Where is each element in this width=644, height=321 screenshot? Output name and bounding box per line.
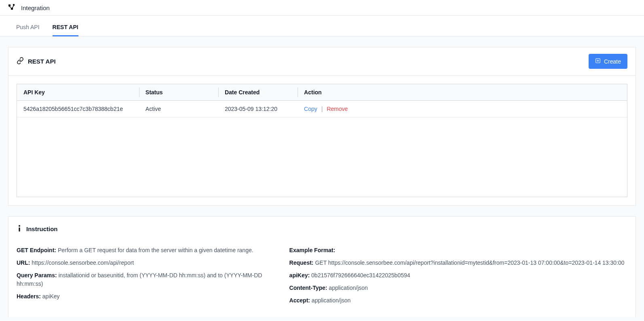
api-key-table-wrap: API Key Status Date Created Action 5426a… (17, 84, 627, 197)
col-action: Action (298, 84, 627, 101)
request-text: GET https://console.sensorbee.com/api/re… (315, 259, 624, 266)
headers-label: Headers: (17, 293, 41, 300)
instruction-title: Instruction (26, 225, 58, 232)
col-api-key: API Key (17, 84, 139, 101)
instruction-left-column: GET Endpoint: Perform a GET request for … (17, 246, 273, 309)
create-button[interactable]: Create (589, 54, 627, 69)
instruction-body: GET Endpoint: Perform a GET request for … (8, 235, 636, 317)
remove-link[interactable]: Remove (327, 106, 348, 112)
request-label: Request: (289, 259, 314, 266)
apikey-text: 0b21576f792666640ec31422025b0594 (311, 272, 410, 278)
svg-rect-1 (13, 4, 15, 6)
cell-api-key: 5426a18205b56651cc7c3b78388cb21e (17, 101, 139, 117)
instruction-right-column: Example Format: Request: GET https://con… (289, 246, 627, 309)
instruction-header: Instruction (8, 217, 636, 235)
example-format-label: Example Format: (289, 247, 336, 253)
svg-rect-9 (19, 227, 20, 232)
request-line: Request: GET https://console.sensorbee.c… (289, 259, 627, 267)
rest-api-card: REST API Create (8, 47, 636, 206)
url-line: URL: https://console.sensorbee.com/api/r… (17, 259, 273, 267)
cell-status: Active (139, 101, 218, 117)
svg-point-8 (19, 225, 20, 227)
col-status: Status (139, 84, 218, 101)
svg-rect-0 (8, 4, 11, 6)
url-text: https://console.sensorbee.com/api/report (32, 259, 134, 266)
rest-api-card-body: API Key Status Date Created Action 5426a… (8, 76, 636, 205)
table-row: 5426a18205b56651cc7c3b78388cb21e Active … (17, 101, 627, 117)
integration-icon (8, 4, 15, 11)
apikey-line: apiKey: 0b21576f792666640ec31422025b0594 (289, 271, 627, 280)
action-separator: | (321, 106, 323, 112)
top-header: Integration (0, 0, 644, 16)
cell-date-created: 2023-05-09 13:12:20 (218, 101, 298, 117)
contenttype-label: Content-Type: (289, 285, 327, 291)
accept-text: application/json (312, 297, 351, 304)
page-title: Integration (21, 4, 50, 11)
apikey-label: apiKey: (289, 272, 310, 278)
rest-api-card-header: REST API Create (8, 47, 636, 76)
headers-line: Headers: apiKey (17, 292, 273, 301)
col-date-created: Date Created (218, 84, 298, 101)
plus-square-icon (595, 58, 601, 65)
api-key-table: API Key Status Date Created Action 5426a… (17, 84, 627, 117)
get-endpoint-line: GET Endpoint: Perform a GET request for … (17, 246, 273, 255)
card-header-left: REST API (17, 57, 56, 66)
tab-push-api[interactable]: Push API (16, 16, 40, 36)
svg-line-3 (10, 6, 12, 9)
get-endpoint-text: Perform a GET request for data from the … (58, 247, 253, 253)
accept-line: Accept: application/json (289, 296, 627, 305)
rest-api-title: REST API (28, 58, 56, 65)
info-icon (17, 225, 22, 233)
tabs-bar: Push API REST API (0, 16, 644, 36)
accept-label: Accept: (289, 297, 310, 304)
table-header-row: API Key Status Date Created Action (17, 84, 627, 101)
contenttype-line: Content-Type: application/json (289, 284, 627, 292)
link-icon (17, 57, 24, 66)
headers-text: apiKey (42, 293, 60, 300)
create-button-label: Create (604, 58, 621, 65)
instruction-card: Instruction GET Endpoint: Perform a GET … (8, 216, 636, 317)
query-params-line: Query Params: installationid or baseunit… (17, 271, 273, 288)
example-format-line: Example Format: (289, 246, 627, 255)
content-area: REST API Create (0, 36, 644, 321)
cell-action: Copy | Remove (298, 101, 627, 117)
copy-link[interactable]: Copy (304, 106, 317, 112)
tab-rest-api[interactable]: REST API (53, 16, 78, 36)
url-label: URL: (17, 259, 30, 266)
contenttype-text: application/json (329, 285, 368, 291)
get-endpoint-label: GET Endpoint: (17, 247, 56, 253)
query-params-label: Query Params: (17, 272, 57, 278)
